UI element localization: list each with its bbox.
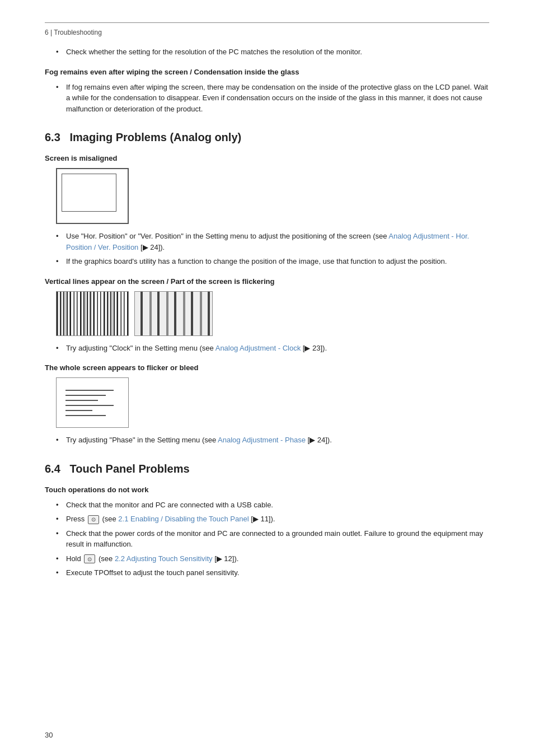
section-6-4-heading: 6.4 Touch Panel Problems	[45, 463, 489, 475]
header-rule	[45, 22, 489, 23]
breadcrumb: 6 | Troubleshooting	[45, 29, 489, 36]
section-number: 6.3	[45, 131, 60, 143]
list-item: Check that the power cords of the monito…	[56, 528, 489, 550]
adjusting-touch-sensitivity-link[interactable]: 2.2 Adjusting Touch Sensitivity	[115, 554, 213, 563]
misaligned-heading: Screen is misaligned	[45, 154, 489, 162]
list-item: If fog remains even after wiping the scr…	[56, 82, 489, 115]
analog-adj-phase-link[interactable]: Analog Adjustment - Phase	[218, 436, 306, 444]
flicker-bullet-list: Try adjusting "Phase" in the Setting men…	[56, 435, 489, 446]
section-6-4-number: 6.4	[45, 463, 60, 475]
fog-heading: Fog remains even after wiping the screen…	[45, 68, 489, 76]
list-item: Try adjusting "Phase" in the Setting men…	[56, 435, 489, 446]
touch-sensitivity-icon: ⊙	[84, 554, 95, 563]
list-item: Check whether the setting for the resolu…	[56, 46, 489, 58]
list-item: Use "Hor. Position" or "Ver. Position" i…	[56, 231, 489, 253]
vl-image-left	[56, 291, 129, 336]
misaligned-bullet-list: Use "Hor. Position" or "Ver. Position" i…	[56, 231, 489, 267]
vertical-lines-heading: Vertical lines appear on the screen / Pa…	[45, 277, 489, 286]
list-item: Hold ⊙ (see 2.2 Adjusting Touch Sensitiv…	[56, 553, 489, 564]
fog-bullet-list: If fog remains even after wiping the scr…	[56, 82, 489, 115]
list-item: If the graphics board's utility has a fu…	[56, 256, 489, 267]
list-item: Try adjusting "Clock" in the Setting men…	[56, 343, 489, 354]
list-item: Press ⊙ (see 2.1 Enabling / Disabling th…	[56, 514, 489, 525]
page-number: 30	[45, 731, 53, 739]
section-6-4-title: Touch Panel Problems	[69, 463, 189, 475]
misaligned-screen-image	[56, 168, 129, 224]
analog-adj-clock-link[interactable]: Analog Adjustment - Clock	[216, 344, 301, 352]
vertical-lines-bullet-list: Try adjusting "Clock" in the Setting men…	[56, 343, 489, 354]
touch-ops-heading: Touch operations do not work	[45, 486, 489, 494]
section-title: Imaging Problems (Analog only)	[69, 131, 241, 143]
enabling-disabling-touch-panel-link[interactable]: 2.1 Enabling / Disabling the Touch Panel	[118, 515, 249, 523]
page: 6 | Troubleshooting Check whether the se…	[0, 0, 534, 756]
list-item: Execute TPOffset to adjust the touch pan…	[56, 567, 489, 578]
list-item: Check that the monitor and PC are connec…	[56, 500, 489, 511]
section-6-3-heading: 6.3 Imaging Problems (Analog only)	[45, 131, 489, 144]
intro-bullet-list: Check whether the setting for the resolu…	[56, 46, 489, 58]
vertical-lines-images	[56, 291, 489, 336]
flicker-screen-image	[56, 377, 129, 428]
vl-image-right	[134, 291, 213, 336]
analog-adj-hor-ver-link[interactable]: Analog Adjustment - Hor. Position / Ver.…	[66, 232, 469, 251]
touch-ops-bullet-list: Check that the monitor and PC are connec…	[56, 500, 489, 578]
flicker-heading: The whole screen appears to flicker or b…	[45, 363, 489, 372]
touch-panel-icon: ⊙	[88, 515, 99, 524]
